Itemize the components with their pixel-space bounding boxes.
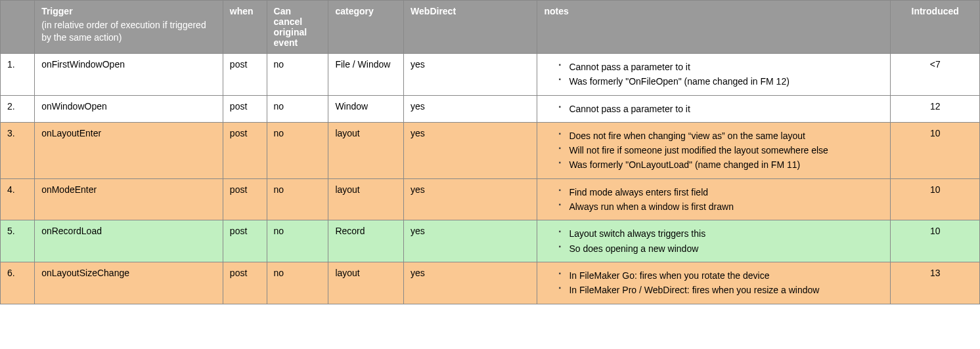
notes-list-item: Was formerly "OnFileOpen" (name changed …: [558, 75, 883, 88]
cell-num: 6.: [1, 262, 35, 304]
cell-trigger: onFirstWindowOpen: [35, 54, 223, 96]
notes-list: Does not fire when changing “view as” on…: [544, 129, 883, 172]
cell-webdirect: yes: [404, 95, 537, 122]
table-header-row: Trigger (in relative order of execution …: [1, 1, 980, 54]
table-row: 1.onFirstWindowOpenpostnoFile / Windowye…: [1, 54, 980, 96]
cell-notes: Find mode always enters first fieldAlway…: [537, 178, 891, 220]
cell-trigger: onLayoutEnter: [35, 122, 223, 178]
cell-introduced: 10: [891, 122, 980, 178]
cell-trigger: onModeEnter: [35, 178, 223, 220]
notes-list: Cannot pass a parameter to it: [544, 102, 883, 115]
header-notes: notes: [537, 1, 891, 54]
notes-list-item: Will not fire if someone just modified t…: [558, 144, 883, 157]
notes-list-item: Always run when a window is first drawn: [558, 200, 883, 213]
cell-cancel: no: [267, 54, 328, 96]
header-when: when: [223, 1, 267, 54]
notes-list-item: So does opening a new window: [558, 242, 883, 255]
cell-num: 2.: [1, 95, 35, 122]
cell-trigger: onWindowOpen: [35, 95, 223, 122]
header-trigger-sub: (in relative order of execution if trigg…: [41, 19, 216, 44]
cell-notes: In FileMaker Go: fires when you rotate t…: [537, 262, 891, 304]
notes-list: Cannot pass a parameter to itWas formerl…: [544, 60, 883, 89]
notes-list-item: Find mode always enters first field: [558, 186, 883, 199]
header-introduced: Introduced: [891, 1, 980, 54]
cell-notes: Cannot pass a parameter to itWas formerl…: [537, 54, 891, 96]
cell-introduced: 10: [891, 220, 980, 262]
notes-list-item: In FileMaker Pro / WebDirect: fires when…: [558, 283, 883, 297]
cell-cancel: no: [267, 178, 328, 220]
cell-webdirect: yes: [404, 220, 537, 262]
cell-notes: Cannot pass a parameter to it: [537, 95, 891, 122]
cell-cancel: no: [267, 95, 328, 122]
notes-list-item: Cannot pass a parameter to it: [558, 102, 883, 115]
cell-webdirect: yes: [404, 262, 537, 304]
table-row: 2.onWindowOpenpostnoWindowyesCannot pass…: [1, 95, 980, 122]
notes-list: Layout switch always triggers thisSo doe…: [544, 227, 883, 255]
cell-category: layout: [328, 122, 404, 178]
cell-introduced: 13: [891, 262, 980, 304]
notes-list: In FileMaker Go: fires when you rotate t…: [544, 269, 883, 297]
table-row: 4.onModeEnterpostnolayoutyesFind mode al…: [1, 178, 980, 220]
notes-list-item: Layout switch always triggers this: [558, 227, 883, 240]
cell-category: File / Window: [328, 54, 404, 96]
cell-webdirect: yes: [404, 122, 537, 178]
cell-when: post: [223, 54, 267, 96]
table-row: 3.onLayoutEnterpostnolayoutyesDoes not f…: [1, 122, 980, 178]
cell-cancel: no: [267, 220, 328, 262]
cell-introduced: 12: [891, 95, 980, 122]
notes-list: Find mode always enters first fieldAlway…: [544, 186, 883, 214]
cell-notes: Layout switch always triggers thisSo doe…: [537, 220, 891, 262]
table-row: 5.onRecordLoadpostnoRecordyesLayout swit…: [1, 220, 980, 262]
cell-cancel: no: [267, 122, 328, 178]
notes-list-item: In FileMaker Go: fires when you rotate t…: [558, 269, 883, 282]
cell-num: 3.: [1, 122, 35, 178]
cell-when: post: [223, 220, 267, 262]
table-body: 1.onFirstWindowOpenpostnoFile / Windowye…: [1, 54, 980, 304]
header-webdirect: WebDirect: [404, 1, 537, 54]
table-row: 6.onLayoutSizeChangepostnolayoutyesIn Fi…: [1, 262, 980, 304]
notes-list-item: Was formerly "OnLayoutLoad" (name change…: [558, 158, 883, 171]
header-trigger-main: Trigger: [41, 6, 72, 16]
notes-list-item: Cannot pass a parameter to it: [558, 60, 883, 73]
cell-notes: Does not fire when changing “view as” on…: [537, 122, 891, 178]
triggers-table: Trigger (in relative order of execution …: [0, 0, 980, 304]
cell-introduced: <7: [891, 54, 980, 96]
cell-num: 1.: [1, 54, 35, 96]
cell-trigger: onLayoutSizeChange: [35, 262, 223, 304]
cell-trigger: onRecordLoad: [35, 220, 223, 262]
cell-category: Record: [328, 220, 404, 262]
cell-webdirect: yes: [404, 54, 537, 96]
cell-webdirect: yes: [404, 178, 537, 220]
cell-when: post: [223, 122, 267, 178]
header-num: [1, 1, 35, 54]
header-category: category: [328, 1, 404, 54]
cell-num: 5.: [1, 220, 35, 262]
cell-when: post: [223, 178, 267, 220]
notes-list-item: Does not fire when changing “view as” on…: [558, 129, 883, 142]
cell-category: layout: [328, 262, 404, 304]
cell-when: post: [223, 95, 267, 122]
header-trigger: Trigger (in relative order of execution …: [35, 1, 223, 54]
header-cancel: Can cancel original event: [267, 1, 328, 54]
cell-category: layout: [328, 178, 404, 220]
cell-category: Window: [328, 95, 404, 122]
cell-introduced: 10: [891, 178, 980, 220]
cell-num: 4.: [1, 178, 35, 220]
cell-when: post: [223, 262, 267, 304]
cell-cancel: no: [267, 262, 328, 304]
